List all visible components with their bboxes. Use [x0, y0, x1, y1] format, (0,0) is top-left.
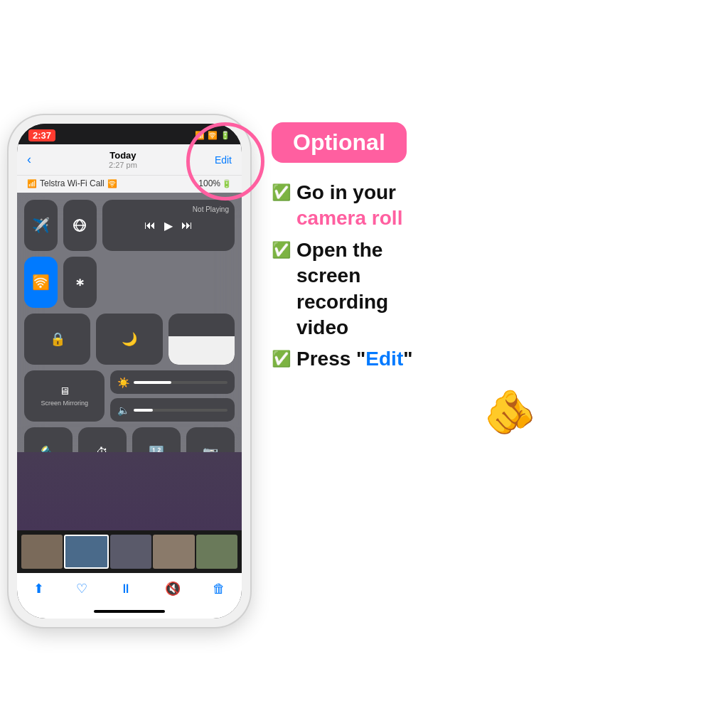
cc-title-block: Today 2:27 pm — [109, 150, 137, 169]
share-icon[interactable]: ⬆ — [33, 581, 44, 596]
signal-icon: 📶 — [195, 131, 205, 140]
cc-subtitle: 2:27 pm — [109, 161, 137, 169]
now-playing-tile[interactable]: Not Playing ⏮ ▶ ⏭ — [102, 200, 235, 251]
instruction-2-text: Open thescreenrecordingvideo — [296, 237, 388, 341]
battery-icon: 🔋 — [220, 131, 230, 140]
prev-icon[interactable]: ⏮ — [144, 219, 156, 232]
signal-small-icon: 📶 — [27, 179, 37, 188]
back-button[interactable]: ‹ — [27, 152, 31, 167]
battery-small-icon: 🔋 — [222, 179, 232, 188]
volume-icon: 🔈 — [117, 405, 129, 416]
mute-icon[interactable]: 🔇 — [165, 581, 181, 596]
calculator-tile[interactable]: 🔢 — [132, 427, 181, 452]
pointer-emoji: 🫵 — [483, 387, 537, 437]
screen-mirror-icon: 🖥 — [59, 385, 70, 397]
rotation-lock-tile[interactable]: 🔒 — [24, 314, 90, 365]
control-center-body: ✈️ 🛜 — [17, 193, 242, 452]
instruction-item-3: ✅ Press "Edit" — [272, 346, 719, 372]
not-playing-label: Not Playing — [193, 205, 229, 213]
flashlight-tile[interactable]: 🔦 — [24, 427, 73, 452]
phone-bottom-bg — [17, 452, 242, 530]
wifi-tile[interactable]: 🛜 — [24, 257, 58, 308]
check-icon-2: ✅ — [272, 240, 291, 261]
cc-row-1: ✈️ 🛜 — [24, 200, 235, 308]
check-icon-1: ✅ — [272, 183, 291, 203]
bluetooth-tile[interactable]: ∗ — [63, 257, 97, 308]
cc-row-4: 🔦 ⏱ 🔢 📷 — [24, 427, 235, 452]
home-indicator — [17, 604, 242, 619]
instruction-item-1: ✅ Go in your camera roll — [272, 180, 719, 232]
thumbnail-strip — [17, 530, 242, 573]
wifi-icon: 🛜 — [208, 131, 218, 140]
wifi-small-icon: 🛜 — [107, 179, 117, 188]
phone-screen: 2:37 📶 🛜 🔋 ‹ Today 2:27 pm Edit — [17, 124, 242, 619]
edit-button[interactable]: Edit — [215, 154, 232, 166]
instruction-1-text: Go in your camera roll — [296, 180, 402, 232]
delete-icon[interactable]: 🗑 — [213, 582, 225, 596]
cc-header: ‹ Today 2:27 pm Edit — [17, 144, 242, 175]
screen-mirror-label: Screen Mirroring — [41, 400, 88, 407]
phone-wrapper: 2:37 📶 🛜 🔋 ‹ Today 2:27 pm Edit — [9, 115, 250, 627]
play-icon[interactable]: ▶ — [164, 219, 173, 232]
cc-row-2: 🔒 🌙 — [24, 314, 235, 365]
cc-row-3: 🖥 Screen Mirroring ☀️ 🔈 — [24, 370, 235, 422]
cc-toggle-row-1: ✈️ — [24, 200, 97, 251]
wifi-bar: 📶 Telstra Wi-Fi Call 🛜 100% 🔋 — [17, 175, 242, 193]
heart-icon[interactable]: ♡ — [76, 581, 87, 596]
thumb-1[interactable] — [21, 535, 63, 569]
thumb-3[interactable] — [110, 535, 151, 569]
cc-title: Today — [109, 150, 137, 161]
status-bar: 2:37 📶 🛜 🔋 — [17, 124, 242, 144]
next-icon[interactable]: ⏭ — [181, 219, 193, 232]
media-controls: ⏮ ▶ ⏭ — [144, 219, 193, 232]
thumb-5[interactable] — [196, 535, 237, 569]
do-not-disturb-tile[interactable]: 🌙 — [96, 314, 162, 365]
photo-actions-bar: ⬆ ♡ ⏸ 🔇 🗑 — [17, 573, 242, 604]
wifi-label: Telstra Wi-Fi Call — [40, 178, 105, 188]
instruction-list: ✅ Go in your camera roll ✅ Open thescree… — [272, 180, 719, 373]
thumb-4[interactable] — [153, 535, 194, 569]
brightness-track — [134, 381, 228, 384]
cellular-tile[interactable] — [63, 200, 97, 251]
right-panel: Optional ✅ Go in your camera roll ✅ Open… — [272, 115, 719, 437]
instruction-3-text: Press "Edit" — [296, 346, 413, 372]
thumb-2[interactable] — [64, 535, 108, 569]
status-time: 2:37 — [28, 129, 55, 141]
home-bar — [94, 610, 165, 613]
main-container: 2:37 📶 🛜 🔋 ‹ Today 2:27 pm Edit — [9, 101, 719, 627]
screen-mirroring-tile[interactable]: 🖥 Screen Mirroring — [24, 370, 105, 422]
status-icons: 📶 🛜 🔋 — [195, 131, 230, 140]
brightness-h-icon: ☀️ — [117, 377, 129, 388]
battery-pct: 100% 🔋 — [198, 178, 232, 188]
camera-tile[interactable]: 📷 — [186, 427, 235, 452]
pause-icon[interactable]: ⏸ — [119, 582, 132, 596]
check-icon-3: ✅ — [272, 349, 291, 370]
optional-badge: Optional — [272, 122, 407, 163]
volume-track — [134, 409, 228, 412]
timer-tile[interactable]: ⏱ — [78, 427, 127, 452]
brightness-h-slider[interactable]: ☀️ — [110, 370, 235, 394]
instruction-item-2: ✅ Open thescreenrecordingvideo — [272, 237, 719, 341]
camera-roll-text: camera roll — [296, 207, 402, 229]
brightness-slider[interactable] — [168, 314, 235, 365]
airplane-mode-tile[interactable]: ✈️ — [24, 200, 58, 251]
volume-slider[interactable]: 🔈 — [110, 398, 235, 422]
iphone-mockup: 2:37 📶 🛜 🔋 ‹ Today 2:27 pm Edit — [9, 115, 250, 627]
cc-toggle-row-2: 🛜 ∗ — [24, 257, 97, 308]
edit-text: Edit — [365, 348, 403, 370]
